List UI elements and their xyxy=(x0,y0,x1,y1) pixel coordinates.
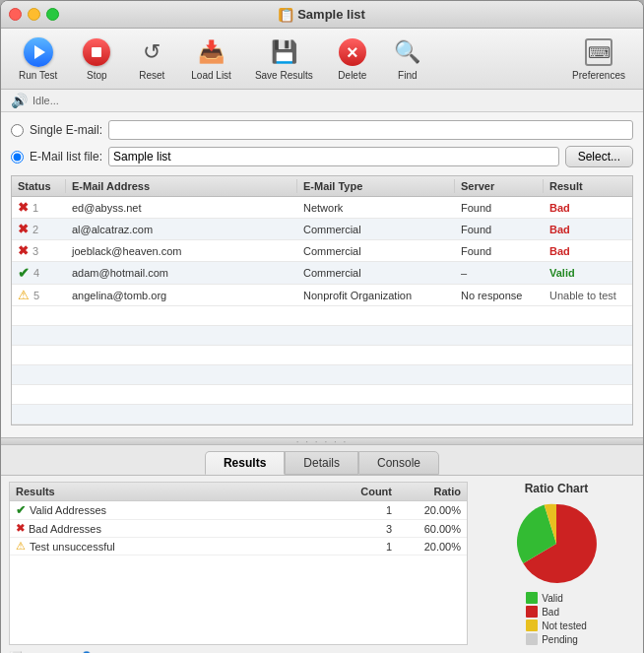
single-email-input[interactable] xyxy=(108,120,633,140)
tab-results[interactable]: Results xyxy=(205,451,285,475)
load-list-icon-wrap: 📥 xyxy=(196,36,227,68)
empty-rows xyxy=(12,306,632,424)
status-bad-icon: ✖ xyxy=(18,200,29,215)
row-email: joeblack@heaven.com xyxy=(66,242,297,260)
status-icon: 🔊 xyxy=(11,93,28,108)
tabs-container: Results Details Console xyxy=(1,445,643,476)
save-results-icon: 💾 xyxy=(271,39,297,65)
maximize-button[interactable] xyxy=(46,8,59,21)
row-server: Found xyxy=(455,221,544,238)
load-list-button[interactable]: 📥 Load List xyxy=(181,33,241,85)
table-row[interactable]: ✔ 4 adam@hotmail.com Commercial – Valid xyxy=(12,262,632,285)
bad-status-icon: ✖ xyxy=(16,522,25,535)
legend-valid-label: Valid xyxy=(542,593,563,604)
legend-bad-label: Bad xyxy=(542,607,559,618)
reset-icon-wrap: ↺ xyxy=(136,36,167,68)
minimize-button[interactable] xyxy=(28,8,40,21)
reset-button[interactable]: ↺ Reset xyxy=(126,33,177,85)
row-status: ✖ 3 xyxy=(12,240,66,261)
list-email-row: E-Mail list file: Sample list Select... xyxy=(11,146,633,167)
statusbar: 🔊 Idle... xyxy=(1,90,643,112)
stop-label: Stop xyxy=(87,70,107,81)
tab-details[interactable]: Details xyxy=(285,451,358,475)
pie-chart xyxy=(512,499,601,588)
table-row[interactable]: ✖ 2 al@alcatraz.com Commercial Found Bad xyxy=(12,219,632,240)
row-num: 3 xyxy=(32,245,38,257)
legend-pending: Pending xyxy=(526,633,587,645)
header-server: Server xyxy=(455,179,544,193)
run-test-icon xyxy=(24,37,53,67)
row-email: adam@hotmail.com xyxy=(66,264,297,282)
main-window: 📋 Sample list Run Test Stop ↺ Reset xyxy=(0,0,644,653)
save-results-label: Save Results xyxy=(255,70,313,81)
select-button[interactable]: Select... xyxy=(565,146,633,167)
warn-status-icon: ⚠ xyxy=(16,540,26,553)
empty-row xyxy=(12,365,632,385)
find-label: Find xyxy=(398,70,417,81)
results-col-ratio: Ratio xyxy=(398,485,467,498)
list-email-label: E-Mail list file: xyxy=(30,150,102,163)
stop-button[interactable]: Stop xyxy=(71,33,122,85)
list-email-radio[interactable] xyxy=(11,151,24,163)
valid-label: Valid Addresses xyxy=(30,504,106,516)
delete-button[interactable]: Delete xyxy=(327,33,378,85)
valid-count: 1 xyxy=(339,502,398,518)
single-email-row: Single E-mail: xyxy=(11,120,633,140)
warn-count: 1 xyxy=(339,539,398,555)
row-num: 1 xyxy=(32,202,38,214)
header-email: E-Mail Address xyxy=(66,179,297,193)
row-server: No response xyxy=(455,287,544,304)
row-type: Commercial xyxy=(297,264,455,282)
row-result: Bad xyxy=(544,242,632,260)
stop-icon xyxy=(83,38,110,66)
run-test-button[interactable]: Run Test xyxy=(9,33,67,85)
legend-nottested-color xyxy=(526,620,538,631)
row-type: Commercial xyxy=(297,221,455,238)
preferences-button[interactable]: ⌨ Preferences xyxy=(562,33,635,85)
table-header: Status E-Mail Address E-Mail Type Server… xyxy=(12,176,632,197)
resize-dots: · · · · · · xyxy=(296,436,349,447)
list-email-input[interactable]: Sample list xyxy=(108,147,559,166)
legend-bad-color xyxy=(526,606,538,618)
row-type: Network xyxy=(297,199,455,217)
row-num: 4 xyxy=(33,267,39,279)
titlebar: 📋 Sample list xyxy=(1,1,643,29)
warn-label: Test unsuccessful xyxy=(30,541,115,553)
toolbar: Run Test Stop ↺ Reset 📥 Load List 💾 xyxy=(1,29,643,90)
status-valid-icon: ✔ xyxy=(18,265,30,281)
empty-row xyxy=(12,346,632,365)
row-status: ✖ 1 xyxy=(12,197,66,218)
results-col-count: Count xyxy=(339,485,398,498)
bad-count: 3 xyxy=(339,521,398,537)
reset-label: Reset xyxy=(139,70,164,81)
row-email: angelina@tomb.org xyxy=(66,287,297,304)
resize-handle[interactable]: · · · · · · xyxy=(1,437,643,445)
save-results-button[interactable]: 💾 Save Results xyxy=(245,33,323,85)
tabs: Results Details Console xyxy=(205,451,439,475)
load-list-icon: 📥 xyxy=(198,39,225,65)
row-status: ✖ 2 xyxy=(12,219,66,239)
preferences-icon-wrap: ⌨ xyxy=(583,36,614,68)
find-icon: 🔍 xyxy=(394,39,420,65)
header-type: E-Mail Type xyxy=(297,179,455,193)
table-row[interactable]: ✖ 3 joeblack@heaven.com Commercial Found… xyxy=(12,240,632,262)
row-result: Valid xyxy=(544,264,632,282)
table-row[interactable]: ✖ 1 ed@abyss.net Network Found Bad xyxy=(12,197,632,219)
stop-icon-wrap xyxy=(81,36,112,68)
preferences-label: Preferences xyxy=(572,70,625,81)
tab-console[interactable]: Console xyxy=(358,451,439,475)
status-text: Idle... xyxy=(32,95,59,106)
table-row[interactable]: ⚠ 5 angelina@tomb.org Nonprofit Organiza… xyxy=(12,285,632,306)
results-table: Results Count Ratio ✔ Valid Addresses 1 … xyxy=(9,482,468,645)
warn-ratio: 20.00% xyxy=(398,539,467,555)
row-email: ed@abyss.net xyxy=(66,199,297,217)
legend-pending-color xyxy=(526,633,538,645)
empty-row xyxy=(12,385,632,405)
single-email-radio[interactable] xyxy=(11,124,24,137)
close-button[interactable] xyxy=(9,8,22,21)
delete-icon xyxy=(339,38,366,66)
status-bad-icon: ✖ xyxy=(18,222,29,236)
legend-valid-color xyxy=(526,592,538,604)
find-button[interactable]: 🔍 Find xyxy=(382,33,433,85)
row-result: Bad xyxy=(544,199,632,217)
